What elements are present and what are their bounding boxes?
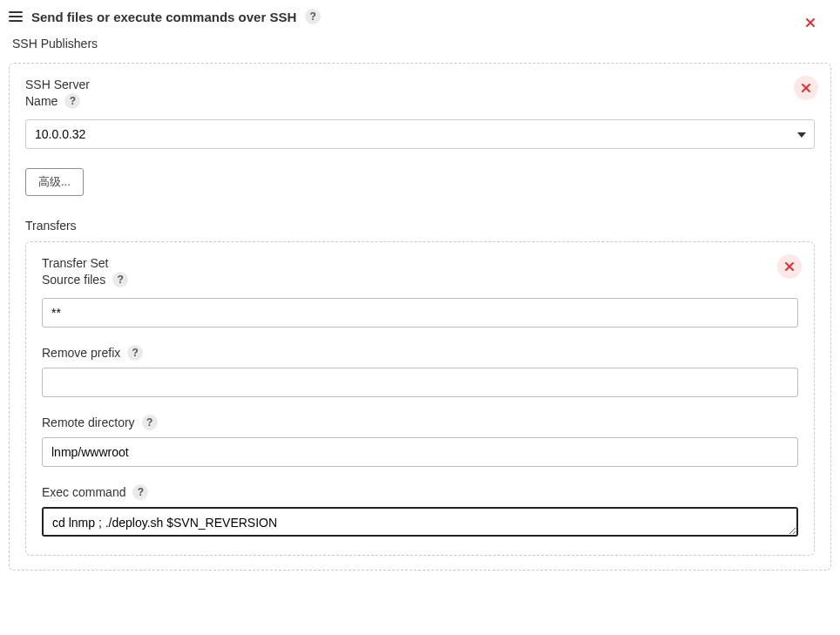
advanced-button[interactable]: 高级... [25,168,84,196]
remove-transfer-button[interactable] [777,254,802,279]
remove-prefix-label: Remove prefix [42,346,120,360]
ssh-server-block: SSH Server Name ? 10.0.0.32 高级... Transf… [9,63,831,571]
source-files-input[interactable] [42,298,798,328]
section-header: Send files or execute commands over SSH … [9,7,831,31]
remove-step-button[interactable] [798,10,823,35]
ssh-server-select-wrap: 10.0.0.32 [25,119,815,149]
help-icon[interactable]: ? [64,93,80,109]
help-icon[interactable]: ? [305,9,321,24]
remote-directory-input[interactable] [42,437,798,467]
exec-command-label: Exec command [42,485,125,499]
help-icon[interactable]: ? [127,345,143,361]
ssh-publishers-label: SSH Publishers [12,37,831,51]
remove-server-button[interactable] [794,76,818,100]
ssh-server-title: SSH Server Name ? [25,78,815,109]
ssh-server-name-label: Name [25,94,58,108]
ssh-server-label: SSH Server [25,78,90,91]
help-icon[interactable]: ? [142,415,158,430]
exec-command-input[interactable] [42,507,798,537]
source-files-label: Source files [42,273,105,287]
transfer-set-block: Transfer Set Source files ? Remove prefi… [25,241,815,556]
drag-handle-icon[interactable] [9,11,23,22]
ssh-server-select[interactable]: 10.0.0.32 [25,119,815,149]
remove-prefix-input[interactable] [42,368,798,397]
transfer-set-label: Transfer Set [42,256,798,270]
help-icon[interactable]: ? [112,272,128,287]
transfers-label: Transfers [25,219,815,233]
remote-directory-label: Remote directory [42,415,135,429]
help-icon[interactable]: ? [132,484,148,500]
section-title: Send files or execute commands over SSH [31,10,296,24]
transfer-set-title: Transfer Set Source files ? [42,256,798,287]
